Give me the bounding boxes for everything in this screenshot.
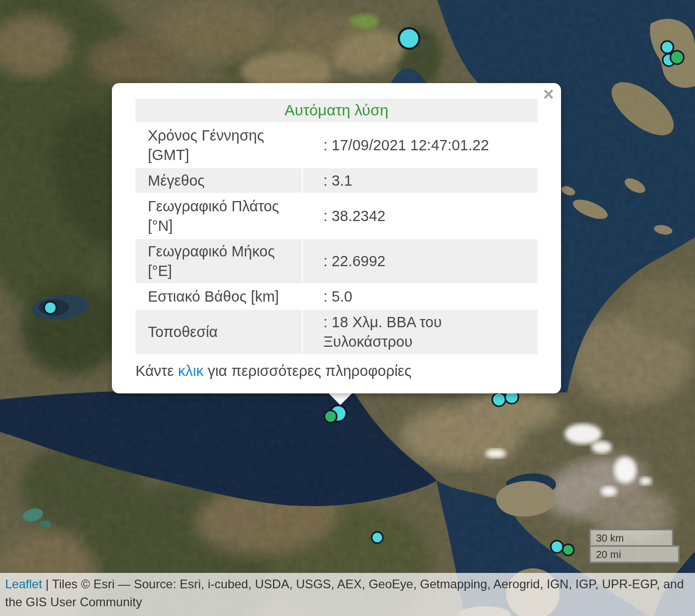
popup-close-button[interactable]: × bbox=[543, 85, 554, 104]
scale-mi: 20 mi bbox=[589, 545, 680, 563]
scale-km: 30 km bbox=[589, 529, 673, 547]
row-label: Τοποθεσία bbox=[136, 310, 302, 354]
row-label: Γεωγραφικό Μήκος [°E] bbox=[136, 239, 302, 283]
row-value: : 5.0 bbox=[303, 284, 537, 309]
earthquake-marker[interactable] bbox=[670, 51, 684, 64]
earthquake-marker[interactable] bbox=[661, 41, 673, 53]
popup-footer: Κάντε κλικ για περισσότερες πληροφορίες bbox=[134, 361, 538, 381]
earthquake-marker[interactable] bbox=[492, 393, 506, 406]
earthquake-marker[interactable] bbox=[551, 541, 563, 553]
popup-title: Αυτόματη λύση bbox=[136, 98, 537, 122]
table-row: Τοποθεσία : 18 Χλμ. ΒΒΑ του Ξυλοκάστρου bbox=[136, 310, 537, 354]
earthquake-marker[interactable] bbox=[44, 302, 56, 314]
attribution-bar: Leaflet | Tiles © Esri — Source: Esri, i… bbox=[0, 573, 695, 616]
row-label: Εστιακό Βάθος [km] bbox=[136, 284, 302, 309]
table-row: Εστιακό Βάθος [km] : 5.0 bbox=[136, 284, 537, 309]
row-label: Γεωγραφικό Πλάτος [°N] bbox=[136, 194, 302, 238]
table-row: Χρόνος Γέννησης [GMT] : 17/09/2021 12:47… bbox=[136, 123, 537, 167]
map-container[interactable]: × Αυτόματη λύση Χρόνος Γέννησης [GMT] : … bbox=[0, 0, 695, 616]
attribution-text: Tiles © Esri — Source: Esri, i-cubed, US… bbox=[5, 577, 684, 609]
footer-text: Κάντε bbox=[136, 363, 178, 379]
earthquake-marker[interactable] bbox=[563, 544, 574, 555]
row-value: : 17/09/2021 12:47:01.22 bbox=[303, 123, 537, 167]
earthquake-popup: × Αυτόματη λύση Χρόνος Γέννησης [GMT] : … bbox=[112, 83, 561, 393]
row-label: Χρόνος Γέννησης [GMT] bbox=[136, 123, 302, 167]
row-value: : 3.1 bbox=[303, 168, 537, 193]
row-value: : 38.2342 bbox=[303, 194, 537, 238]
footer-text: για περισσότερες πληροφορίες bbox=[204, 363, 412, 379]
table-row: Γεωγραφικό Πλάτος [°N] : 38.2342 bbox=[136, 194, 537, 238]
table-row: Μέγεθος : 3.1 bbox=[136, 168, 537, 193]
table-row: Γεωγραφικό Μήκος [°E] : 22.6992 bbox=[136, 239, 537, 283]
leaflet-link[interactable]: Leaflet bbox=[5, 577, 42, 591]
row-value: : 22.6992 bbox=[303, 239, 537, 283]
earthquake-info-table: Αυτόματη λύση Χρόνος Γέννησης [GMT] : 17… bbox=[134, 97, 538, 355]
more-info-link[interactable]: κλικ bbox=[178, 363, 204, 379]
earthquake-marker[interactable] bbox=[399, 28, 419, 49]
row-value: : 18 Χλμ. ΒΒΑ του Ξυλοκάστρου bbox=[303, 310, 537, 354]
earthquake-marker[interactable] bbox=[324, 410, 337, 423]
earthquake-marker[interactable] bbox=[372, 532, 383, 543]
row-label: Μέγεθος bbox=[136, 168, 302, 193]
attribution-separator: | bbox=[42, 577, 52, 591]
